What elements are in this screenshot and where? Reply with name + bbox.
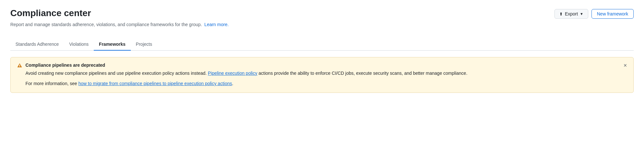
tab-frameworks[interactable]: Frameworks xyxy=(94,38,130,51)
alert-banner: Compliance pipelines are deprecated Avoi… xyxy=(10,57,634,93)
alert-body-text-4: . xyxy=(232,81,233,86)
subtitle: Report and manage standards adherence, v… xyxy=(10,21,634,28)
warning-icon xyxy=(17,63,22,69)
page-title: Compliance center xyxy=(10,8,91,19)
alert-body-text-2: actions provide the ability to enforce C… xyxy=(257,71,467,76)
migrate-link[interactable]: how to migrate from compliance pipelines… xyxy=(78,81,232,86)
alert-title: Compliance pipelines are deprecated xyxy=(25,63,627,68)
header-row: Compliance center ⬆ Export ▼ New framewo… xyxy=(10,8,634,19)
svg-point-0 xyxy=(19,66,20,67)
alert-body-paragraph-2: For more information, see how to migrate… xyxy=(25,80,627,87)
upload-icon: ⬆ xyxy=(559,12,563,16)
tab-standards-adherence[interactable]: Standards Adherence xyxy=(10,38,64,51)
tabs-nav: Standards Adherence Violations Framework… xyxy=(10,38,634,51)
alert-header: Compliance pipelines are deprecated Avoi… xyxy=(17,63,627,87)
new-framework-label: New framework xyxy=(597,11,628,16)
alert-close-button[interactable]: × xyxy=(622,62,628,69)
subtitle-text: Report and manage standards adherence, v… xyxy=(10,22,202,27)
alert-body: Avoid creating new compliance pipelines … xyxy=(25,70,627,87)
chevron-down-icon: ▼ xyxy=(580,12,583,16)
export-button[interactable]: ⬆ Export ▼ xyxy=(554,9,588,19)
tab-projects[interactable]: Projects xyxy=(131,38,158,51)
tab-violations[interactable]: Violations xyxy=(64,38,94,51)
export-label: Export xyxy=(565,11,578,16)
new-framework-button[interactable]: New framework xyxy=(591,9,634,19)
pipeline-execution-policy-link[interactable]: Pipeline execution policy xyxy=(208,71,257,76)
alert-content: Compliance pipelines are deprecated Avoi… xyxy=(25,63,627,87)
alert-body-paragraph-1: Avoid creating new compliance pipelines … xyxy=(25,70,627,77)
header-actions: ⬆ Export ▼ New framework xyxy=(554,9,634,19)
alert-body-text-3: For more information, see xyxy=(25,81,78,86)
page-container: Compliance center ⬆ Export ▼ New framewo… xyxy=(0,0,644,93)
alert-body-text-1: Avoid creating new compliance pipelines … xyxy=(25,71,207,76)
learn-more-link[interactable]: Learn more. xyxy=(204,22,228,27)
